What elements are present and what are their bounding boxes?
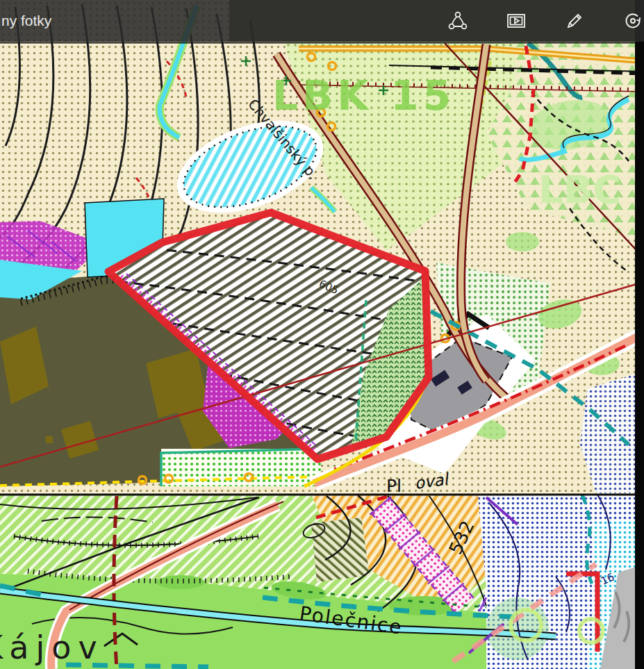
map-image[interactable]: 605 LBK 15 LBC Chvalšinský p. Polečnice … — [0, 0, 644, 669]
edit-icon — [563, 10, 586, 32]
edit-button[interactable] — [563, 10, 586, 32]
slideshow-icon — [505, 10, 527, 32]
share-button[interactable] — [447, 10, 469, 32]
window-title: ny fotky — [1, 13, 51, 29]
place-fragment-label: Pl — [386, 476, 402, 496]
share-icon — [447, 10, 469, 32]
biocorridor-label: LBK 15 — [272, 72, 455, 119]
rotate-icon — [622, 10, 644, 32]
right-black-strip — [635, 0, 644, 669]
toolbar-icons — [447, 10, 644, 32]
town-label: Kájov — [0, 629, 104, 666]
toolbar: ny fotky — [0, 0, 644, 42]
biocentre-label: LBC — [538, 167, 621, 212]
photo-viewer-window: 605 LBK 15 LBC Chvalšinský p. Polečnice … — [0, 0, 644, 669]
green-dot-strip — [161, 449, 321, 486]
rotate-button[interactable] — [622, 10, 644, 32]
slideshow-button[interactable] — [505, 10, 527, 32]
